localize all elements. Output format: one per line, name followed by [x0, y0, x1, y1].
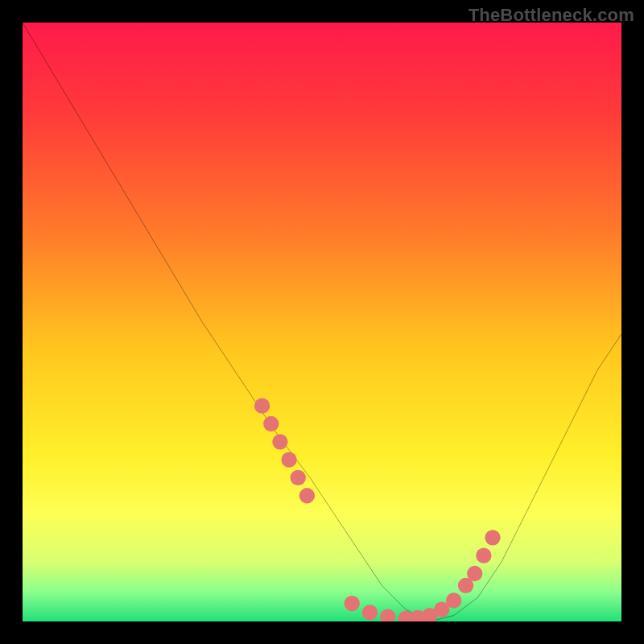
highlight-dots-left-point [263, 416, 279, 431]
highlight-dots-left-point [291, 470, 306, 485]
highlight-dots-bottom-point [380, 609, 395, 621]
highlight-dots-bottom-point [345, 596, 360, 611]
highlight-dots-right-point [485, 530, 500, 545]
highlight-dots-left-point [281, 452, 296, 467]
highlight-dots-left-point [272, 434, 287, 449]
highlight-dots-left-point [254, 398, 270, 413]
bottleneck-curve [23, 23, 621, 621]
highlight-dots-bottom-point [362, 605, 378, 620]
highlight-dots-right-point [467, 566, 482, 581]
chart-root: TheBottleneck.com [0, 0, 644, 644]
watermark-text: TheBottleneck.com [469, 5, 634, 26]
highlight-dots-bottom-point [446, 592, 461, 608]
highlight-dots-right-point [476, 547, 491, 563]
curve-layer [23, 23, 621, 621]
highlight-dots-left-point [299, 488, 315, 503]
plot-area [23, 23, 621, 621]
